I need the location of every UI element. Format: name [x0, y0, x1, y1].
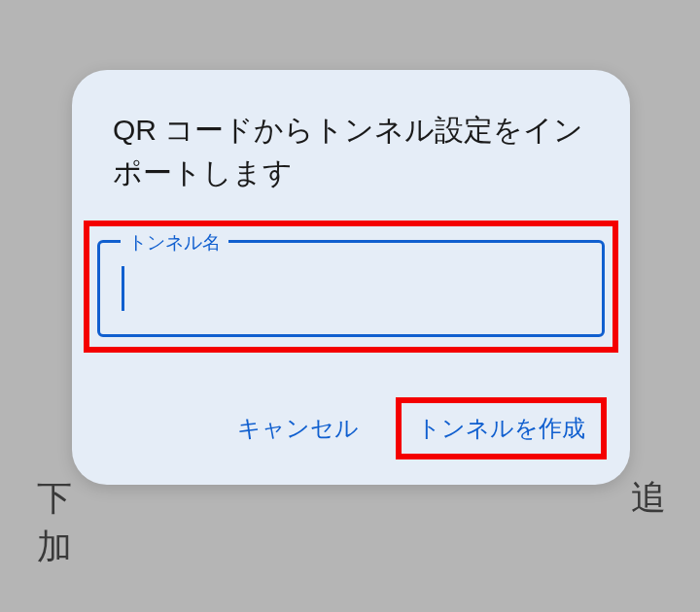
tunnel-name-label: トンネル名 — [121, 230, 228, 255]
cancel-button[interactable]: キャンセル — [218, 397, 378, 459]
create-button-highlight: トンネルを作成 — [396, 397, 607, 459]
text-cursor-icon — [122, 266, 124, 311]
dialog-actions: キャンセル トンネルを作成 — [72, 378, 630, 459]
tunnel-name-highlight: トンネル名 — [84, 221, 618, 353]
tunnel-name-field-wrapper[interactable]: トンネル名 — [91, 228, 611, 345]
create-tunnel-button[interactable]: トンネルを作成 — [402, 403, 601, 454]
background-text-left: 下 加 — [37, 474, 72, 572]
import-dialog: QR コードからトンネル設定をインポートします トンネル名 キャンセル トンネル… — [72, 70, 630, 485]
background-text-right: 追 — [631, 474, 666, 522]
dialog-title: QR コードからトンネル設定をインポートします — [72, 101, 630, 221]
